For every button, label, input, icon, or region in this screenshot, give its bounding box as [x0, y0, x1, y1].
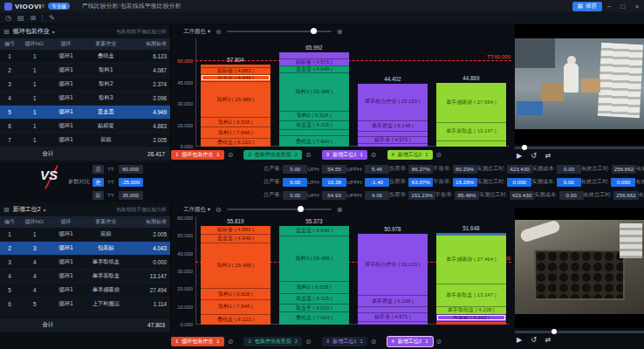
- bar-segment[interactable]: 取料2 ( 6.528 ): [279, 111, 349, 120]
- stacked-bar[interactable]: 贴标签 ( 4.883 )盖盒盖 ( 4.949 )取料3 ( 25.488 )…: [201, 65, 271, 147]
- bar-segment[interactable]: 取料2 ( 6.528 ): [201, 117, 271, 127]
- disable-icon[interactable]: ⊘: [305, 338, 312, 346]
- loop-icon[interactable]: ⇄: [545, 336, 552, 344]
- save-button[interactable]: ▤保存: [572, 2, 602, 11]
- disable-icon[interactable]: ⊘: [371, 338, 377, 346]
- export-icon[interactable]: ⊞: [3, 28, 10, 36]
- bar-segment[interactable]: 盖盒盖 ( 4.949 ): [201, 234, 271, 243]
- table-row[interactable]: 44循环1单手装取盒13.147: [0, 270, 170, 284]
- video-scrubber[interactable]: [515, 331, 644, 333]
- replay-icon[interactable]: ↺: [531, 336, 537, 344]
- play-icon[interactable]: ▶: [517, 152, 522, 160]
- bar-segment[interactable]: [358, 306, 428, 312]
- bar-segment[interactable]: 叠纸盒 ( 6.123 ): [201, 314, 271, 325]
- bar-segment[interactable]: 单手取纸盒 ( 4.228 ): [436, 306, 506, 314]
- bar-segment[interactable]: [436, 140, 506, 147]
- process-color-selector[interactable]: 工序颜色 ▾: [183, 28, 210, 36]
- video-player-bottom[interactable]: [515, 208, 644, 328]
- table-row[interactable]: 65循环1上下料搬运1.114: [0, 298, 170, 311]
- table-row[interactable]: 34循环1单手取纸盒0.000: [0, 256, 170, 270]
- disable-icon[interactable]: ⊘: [228, 151, 234, 159]
- stacked-bar[interactable]: 双手组合作业 ( 33.133 )单手摆盒 ( 6.168 )贴手条 ( 4.5…: [358, 234, 428, 325]
- table-row[interactable]: 23循环1包装贴4.043: [0, 242, 170, 256]
- zoom-out-icon[interactable]: ⊖: [216, 206, 222, 214]
- stacked-bar[interactable]: 盖盒盖 ( 4.949 )取料3 ( 25.488 )取料2 ( 6.528 )…: [279, 226, 349, 325]
- bar-segment[interactable]: 盖盒盖 ( 4.949 ): [279, 226, 349, 235]
- table-row[interactable]: 11循环1叠纸盒6.123: [0, 50, 170, 64]
- loop-icon[interactable]: ⇄: [545, 152, 552, 160]
- video-scrubber[interactable]: [515, 147, 644, 149]
- operation-selector[interactable]: 循环包装作业▾: [13, 27, 55, 36]
- export-icon[interactable]: ⊞: [3, 206, 10, 214]
- legend-item-1[interactable]: 1循环包装作业1: [171, 337, 224, 346]
- zoom-slider[interactable]: [227, 209, 332, 210]
- bar-segment[interactable]: 取料2 ( 6.528 ): [279, 281, 349, 292]
- bar-segment[interactable]: 叠纸盒 ( 6.123 ): [201, 138, 271, 147]
- bar-segment[interactable]: 取料3 ( 25.488 ): [201, 81, 271, 118]
- legend-item-2[interactable]: 2包装作业改善后2: [243, 150, 302, 160]
- bar-segment[interactable]: 单手感吸袋 ( 27.494 ): [436, 235, 506, 283]
- zoom-in-icon[interactable]: ⊕: [337, 206, 343, 214]
- bar-segment[interactable]: [358, 143, 428, 147]
- bar-segment[interactable]: 取盒子 ( 4.019 ): [279, 304, 349, 311]
- bar-segment[interactable]: 单手装取盒 ( 13.147 ): [436, 122, 506, 140]
- zoom-out-icon[interactable]: ⊖: [216, 28, 222, 36]
- history-icon[interactable]: ◷: [5, 13, 11, 24]
- bar-segment[interactable]: 取料3 ( 25.488 ): [201, 243, 271, 288]
- legend-item-4[interactable]: 4新增工位21: [387, 337, 433, 346]
- play-icon[interactable]: ▶: [517, 336, 522, 344]
- bar-segment[interactable]: 包装贴 ( 4.043 ): [436, 314, 506, 321]
- stacked-bar[interactable]: 单手感吸袋 ( 27.494 )单手装取盒 ( 13.147 )单手取纸盒 ( …: [436, 233, 506, 325]
- bar-segment[interactable]: 取料3 ( 25.488 ): [279, 236, 349, 282]
- bar-segment[interactable]: 双手组合作业 ( 23.133 ): [358, 84, 428, 121]
- bar-segment[interactable]: 装盒盖 ( 6.115 ): [279, 293, 349, 305]
- table-row[interactable]: 54循环1单手感吸袋27.494: [0, 284, 170, 298]
- stacked-bar[interactable]: 贴标签 ( 4.883 )盖盒盖 ( 4.949 )取料3 ( 25.488 )…: [201, 226, 271, 325]
- stacked-bar[interactable]: 贴标签 ( 4.571 )盖盒盖 ( 4.949 )取料3 ( 25.488 )…: [279, 52, 349, 147]
- bar-segment[interactable]: 贴手条 ( 4.571 ): [358, 312, 428, 321]
- video-player-top[interactable]: [515, 24, 644, 145]
- bar-segment[interactable]: 贴标签 ( 4.883 ): [201, 67, 271, 74]
- bar-segment[interactable]: [358, 321, 428, 325]
- bar-segment[interactable]: 取料1 ( 7.948 ): [201, 127, 271, 138]
- save-file-icon[interactable]: ▤: [17, 13, 24, 24]
- table-row[interactable]: 71循环1装箱2.005: [0, 133, 170, 147]
- zoom-in-icon[interactable]: ⊕: [337, 28, 343, 36]
- bar-segment[interactable]: 取料3 ( 25.488 ): [279, 72, 349, 111]
- analysis-link[interactable]: 包装线线平衡比较分析: [116, 28, 167, 36]
- disable-icon[interactable]: ⊘: [305, 151, 312, 159]
- disable-icon[interactable]: ⊘: [228, 338, 234, 346]
- disable-icon[interactable]: ⊘: [371, 151, 377, 159]
- bar-segment[interactable]: 装盒盖 ( 6.115 ): [279, 120, 349, 129]
- bar-segment[interactable]: 盖盒盖 ( 4.949 ): [201, 74, 271, 81]
- close-button[interactable]: ×: [630, 1, 644, 12]
- legend-item-3[interactable]: 3新增工位11: [322, 150, 367, 160]
- replay-icon[interactable]: ↺: [531, 152, 537, 160]
- bar-segment[interactable]: 单手装取盒 ( 13.147 ): [436, 284, 506, 307]
- legend-item-2[interactable]: 2包装作业改善后2: [243, 337, 302, 346]
- bar-segment[interactable]: 盖盒盖 ( 4.949 ): [279, 65, 349, 72]
- stacked-bar[interactable]: 双手组合作业 ( 23.133 )单手摆盒 ( 6.148 )贴手条 ( 4.5…: [358, 84, 428, 147]
- table-row[interactable]: 51循环1盖盒盖4.949: [0, 106, 170, 120]
- legend-item-4[interactable]: 4新增工位21: [387, 150, 433, 160]
- bar-segment[interactable]: 单手感吸袋 ( 27.694 ): [436, 83, 506, 122]
- edit-icon[interactable]: ✎: [49, 13, 55, 24]
- legend-item-1[interactable]: 1循环包装作业1: [171, 150, 224, 160]
- bar-segment[interactable]: [279, 52, 349, 58]
- bar-segment[interactable]: 贴手条 ( 4.571 ): [358, 136, 428, 143]
- bar-segment[interactable]: 单手摆盒 ( 6.148 ): [358, 120, 428, 130]
- bar-segment[interactable]: 贴标签 ( 4.883 ): [201, 226, 271, 235]
- bar-segment[interactable]: 取料1 ( 7.948 ): [201, 299, 271, 313]
- bar-segment[interactable]: 双手组合作业 ( 33.133 ): [358, 234, 428, 295]
- process-color-selector[interactable]: 工序颜色 ▾: [183, 206, 210, 214]
- bar-segment[interactable]: 叠纸盒 ( 7.424 ): [279, 311, 349, 325]
- bar-segment[interactable]: 贴标签 ( 4.571 ): [279, 58, 349, 65]
- export-icon[interactable]: ⊞: [31, 13, 37, 24]
- table-row[interactable]: 31循环1取料22.374: [0, 78, 170, 92]
- slider-thumb[interactable]: [311, 28, 317, 34]
- table-row[interactable]: 21循环1取料14.087: [0, 64, 170, 78]
- bar-segment[interactable]: 取料2 ( 6.528 ): [201, 288, 271, 299]
- disable-icon[interactable]: ⊘: [436, 151, 442, 159]
- analysis-link[interactable]: 包装线线平衡比较分析: [116, 206, 167, 214]
- bar-segment[interactable]: [436, 321, 506, 325]
